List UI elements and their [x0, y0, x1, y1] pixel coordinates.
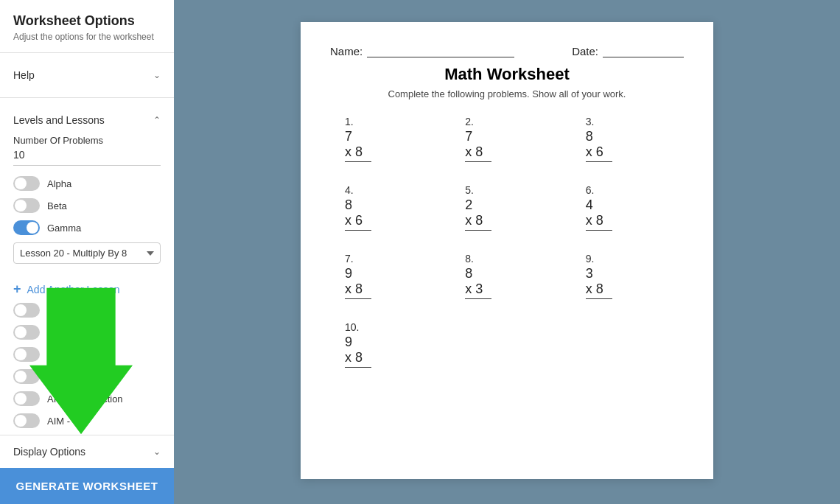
- display-options-chevron-icon: ⌄: [153, 447, 161, 457]
- beta-label: Beta: [47, 200, 67, 211]
- problem-6: 6. 4 x 8: [571, 184, 684, 231]
- toggle-row-epsilon: Epsilon: [13, 325, 161, 340]
- problem-bottom-5: x 8: [465, 213, 491, 231]
- display-options-label: Display Options: [13, 446, 85, 458]
- toggle-row-delta: Delta: [13, 303, 161, 318]
- help-section-header[interactable]: Help ⌄: [0, 60, 174, 90]
- more-toggles: Delta Epsilon Zeta: [0, 303, 174, 435]
- zeta-toggle[interactable]: [13, 347, 40, 362]
- epsilon-toggle[interactable]: [13, 325, 40, 340]
- levels-chevron-icon: ⌃: [153, 115, 161, 125]
- zeta-label: Zeta: [47, 349, 66, 360]
- problem-4: 4. 8 x 6: [330, 184, 443, 231]
- ws-date-label: Date:: [572, 45, 598, 57]
- problem-number-10: 10.: [345, 321, 359, 333]
- aim-intro-toggle[interactable]: [13, 391, 40, 406]
- problem-number-7: 7.: [345, 253, 354, 265]
- problem-number-1: 1.: [345, 116, 354, 127]
- problem-1: 1. 7 x 8: [330, 116, 443, 162]
- epsilon-label: Epsilon: [47, 327, 79, 338]
- problem-number-6: 6.: [586, 184, 595, 196]
- alpha-toggle[interactable]: [13, 176, 40, 191]
- main-content: Name: Date: Math Worksheet Complete the …: [174, 0, 840, 504]
- sidebar-bottom: Display Options ⌄ GENERATE WORKSHEET: [0, 435, 174, 504]
- ws-name-field: Name:: [330, 44, 514, 57]
- problems-grid: 1. 7 x 8 2. 7 x 8 3. 8 x 6 4. 8 x 6 5. 2…: [330, 116, 684, 368]
- aim2-toggle[interactable]: [13, 413, 40, 428]
- problem-top-8: 8: [465, 266, 472, 281]
- levels-label: Levels and Lessons: [13, 114, 105, 126]
- lesson-dropdown[interactable]: Lesson 20 - Multiply By 8 Lesson 19 - Mu…: [13, 242, 161, 264]
- problem-top-6: 4: [586, 197, 593, 213]
- add-lesson-label: Add Another Lesson: [27, 284, 120, 295]
- problem-number-3: 3.: [586, 116, 595, 127]
- problem-number-9: 9.: [586, 253, 595, 265]
- problem-bottom-8: x 3: [465, 281, 491, 299]
- help-chevron-icon: ⌄: [153, 70, 161, 80]
- prea-toggle[interactable]: [13, 369, 40, 384]
- problem-number-4: 4.: [345, 184, 354, 196]
- levels-section-header[interactable]: Levels and Lessons ⌃: [0, 105, 174, 135]
- aim-intro-label: AIM - Introduction: [47, 393, 123, 405]
- problem-top-5: 2: [465, 197, 472, 213]
- num-problems-label: Number Of Problems: [13, 135, 161, 146]
- prea-label: Pre-A: [47, 371, 71, 382]
- help-label: Help: [13, 69, 35, 81]
- display-options-header[interactable]: Display Options ⌄: [0, 435, 174, 468]
- problem-2: 2. 7 x 8: [450, 116, 563, 162]
- problem-number-8: 8.: [465, 253, 474, 265]
- ws-instructions: Complete the following problems. Show al…: [330, 88, 684, 99]
- delta-toggle[interactable]: [13, 303, 40, 318]
- problem-bottom-3: x 6: [586, 144, 612, 162]
- ws-header-line: Name: Date:: [330, 44, 684, 57]
- alpha-label: Alpha: [47, 178, 71, 189]
- problem-top-4: 8: [345, 197, 352, 213]
- toggle-row-prea: Pre-A: [13, 369, 161, 384]
- toggle-row-alpha: Alpha: [13, 176, 161, 191]
- worksheet: Name: Date: Math Worksheet Complete the …: [301, 22, 713, 479]
- beta-toggle[interactable]: [13, 198, 40, 213]
- problem-number-2: 2.: [465, 116, 474, 127]
- problem-bottom-1: x 8: [345, 144, 371, 162]
- ws-date-line: [603, 44, 684, 57]
- aim2-label: AIM -: [47, 416, 70, 427]
- problem-bottom-7: x 8: [345, 281, 371, 299]
- sidebar-subtitle: Adjust the options for the worksheet: [13, 32, 161, 42]
- generate-worksheet-button[interactable]: GENERATE WORKSHEET: [0, 468, 174, 504]
- problem-bottom-9: x 8: [586, 281, 612, 299]
- add-lesson-button[interactable]: + Add Another Lesson: [0, 276, 174, 303]
- toggle-row-aim2: AIM -: [13, 413, 161, 428]
- toggle-row-aim-intro: AIM - Introduction: [13, 391, 161, 406]
- problem-top-1: 7: [345, 129, 352, 144]
- ws-date-field: Date:: [572, 44, 684, 57]
- ws-name-line: [367, 44, 514, 57]
- problem-top-2: 7: [465, 129, 472, 144]
- problem-top-7: 9: [345, 266, 352, 281]
- problem-3: 3. 8 x 6: [571, 116, 684, 162]
- toggle-row-beta: Beta: [13, 198, 161, 213]
- problem-top-9: 3: [586, 266, 593, 281]
- lesson-dropdown-row: Lesson 20 - Multiply By 8 Lesson 19 - Mu…: [13, 242, 161, 264]
- ws-name-label: Name:: [330, 45, 363, 57]
- problem-bottom-6: x 8: [586, 213, 612, 231]
- problem-9: 9. 3 x 8: [571, 253, 684, 299]
- delta-label: Delta: [47, 305, 69, 316]
- problem-10: 10. 9 x 8: [330, 321, 443, 368]
- gamma-label: Gamma: [47, 223, 81, 234]
- problem-5: 5. 2 x 8: [450, 184, 563, 231]
- problem-top-10: 9: [345, 335, 352, 350]
- problem-bottom-2: x 8: [465, 144, 491, 162]
- sidebar-header: Worksheet Options Adjust the options for…: [0, 0, 174, 45]
- toggle-row-zeta: Zeta: [13, 347, 161, 362]
- problem-number-5: 5.: [465, 184, 474, 196]
- sidebar-title: Worksheet Options: [13, 13, 161, 29]
- gamma-toggle[interactable]: [13, 220, 40, 235]
- sidebar-scrollable: Levels and Lessons ⌃ Number Of Problems …: [0, 105, 174, 435]
- ws-title: Math Worksheet: [330, 65, 684, 84]
- problem-8: 8. 8 x 3: [450, 253, 563, 299]
- problem-top-3: 8: [586, 129, 593, 144]
- problem-bottom-10: x 8: [345, 350, 371, 368]
- levels-content: Number Of Problems 10 Alpha Beta: [0, 135, 174, 276]
- plus-icon: +: [13, 281, 21, 297]
- problem-7: 7. 9 x 8: [330, 253, 443, 299]
